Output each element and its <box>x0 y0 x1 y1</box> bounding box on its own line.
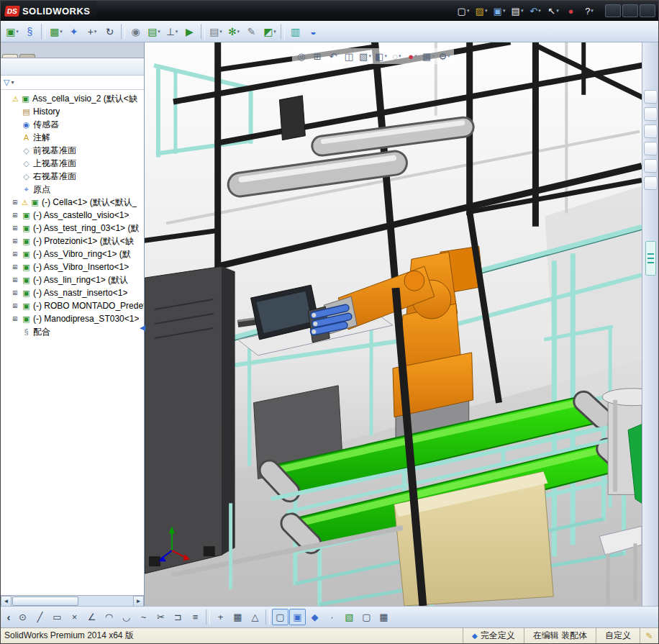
preview-window-icon[interactable]: ▢ <box>358 609 375 625</box>
apply-scene-icon[interactable]: ▦▾ <box>421 49 436 63</box>
task-pane-home-icon[interactable] <box>644 90 658 104</box>
expander-icon[interactable]: ⊞ <box>12 250 19 258</box>
assembly-features-icon[interactable]: ▤▾ <box>145 23 163 40</box>
section-view-icon[interactable]: ◫ <box>342 49 357 63</box>
toolbar-separator[interactable] <box>206 609 210 625</box>
mate-icon[interactable]: § <box>22 23 39 40</box>
expander-icon[interactable]: ⊞ <box>12 276 19 284</box>
tree-item-protezioni[interactable]: ⊞ ▣ (-) Protezioni<1> (默认<缺 <box>1 235 144 248</box>
tree-item-annotations[interactable]: A 注解 <box>1 131 144 144</box>
maximize-button[interactable] <box>622 4 638 17</box>
rotate-component-icon[interactable]: ↻ <box>101 23 119 40</box>
explode-line-sketch-icon[interactable]: ✎ <box>243 23 260 40</box>
performance-evaluation-icon[interactable]: ◒ <box>305 23 322 40</box>
sketch-convert-entities-icon[interactable]: ⊐ <box>170 609 186 625</box>
expander-icon[interactable]: ⊞ <box>12 225 19 232</box>
task-pane-file-explorer-icon[interactable] <box>644 124 658 138</box>
sketch-arc-icon[interactable]: ◠ <box>101 609 117 625</box>
sketch-tangent-arc-icon[interactable]: ◡ <box>118 609 135 625</box>
configurationmanager-tab-icon[interactable] <box>33 60 46 73</box>
toolbar-separator[interactable] <box>121 24 125 40</box>
edit-color-icon[interactable]: ◆ <box>306 609 323 625</box>
sketch-spline-icon[interactable]: ~ <box>135 609 152 625</box>
sketch-line-icon[interactable]: ╱ <box>32 609 48 625</box>
view-shaded-icon[interactable]: ▣ <box>289 609 306 625</box>
tree-item-robo-montado[interactable]: ⊞ ▣ (-) ROBO MONTADO_Predeterm <box>1 299 144 312</box>
bowl-feeder[interactable] <box>602 389 642 504</box>
filter-funnel-icon[interactable]: ▽ <box>4 78 9 87</box>
view-wireframe-icon[interactable]: ▢ <box>272 609 288 625</box>
hide-show-items-icon[interactable]: ◌▾ <box>389 49 404 63</box>
menu-item[interactable] <box>175 1 188 21</box>
sketch-rectangle-icon[interactable]: ▭ <box>49 609 65 625</box>
sketch-centerline-icon[interactable]: ∠ <box>83 609 100 625</box>
tree-item-origin[interactable]: ⌖ 原点 <box>1 183 144 196</box>
display-style-icon[interactable]: ◧▾ <box>373 49 388 63</box>
tree-item-test-ring[interactable]: ⊞ ▣ (-) Ass_test_ring_03<1> (默 <box>1 222 144 235</box>
interference-detection-icon[interactable]: ◩▾ <box>261 23 278 40</box>
expander-icon[interactable]: ⊞ <box>12 237 19 245</box>
task-pane-appearances-icon[interactable] <box>644 159 658 173</box>
tree-item-cella[interactable]: ⊞ ⚠ ▣ (-) Cella<1> (默认<默认_ <box>1 196 144 209</box>
menu-item[interactable] <box>162 1 175 21</box>
sketch-move-entities-icon[interactable]: + <box>212 609 229 625</box>
tree-item-top-plane[interactable]: ◇ 上视基准面 <box>1 157 144 170</box>
tree-item-right-plane[interactable]: ◇ 右视基准面 <box>1 170 144 183</box>
sketch-linear-pattern-icon[interactable]: ▦ <box>229 609 246 625</box>
menu-item[interactable] <box>97 1 110 21</box>
status-custom[interactable]: 自定义 <box>596 628 640 643</box>
menu-item[interactable] <box>110 1 123 21</box>
apply-scene-icon[interactable]: ▧ <box>341 609 358 625</box>
minimize-button[interactable] <box>605 4 621 17</box>
point-marker-icon[interactable]: · <box>324 609 340 625</box>
new-document-icon[interactable]: ▢▾ <box>455 3 472 19</box>
tree-item-history[interactable]: ▤ History <box>1 105 144 118</box>
task-pane-view-palette-icon[interactable] <box>644 142 658 155</box>
zoom-area-icon[interactable]: ⊞ <box>310 49 325 63</box>
expander-icon[interactable]: ⊞ <box>12 263 19 271</box>
panel-horizontal-scrollbar[interactable]: ◄ ► <box>1 595 144 606</box>
expander-icon[interactable]: ⊞ <box>12 289 19 296</box>
task-pane-custom-properties-icon[interactable] <box>644 176 658 190</box>
scroll-left-arrow[interactable]: ◄ <box>1 596 12 607</box>
tree-item-lin-ring[interactable]: ⊞ ▣ (-) Ass_lin_ring<1> (默认 <box>1 273 144 286</box>
bill-of-materials-icon[interactable]: ▤▾ <box>207 23 224 40</box>
displaymanager-tab-icon[interactable] <box>48 60 61 73</box>
scrollbar-thumb[interactable] <box>12 597 78 606</box>
design-table-icon[interactable]: ▦ <box>376 609 392 625</box>
toolbar-scroll-left[interactable]: ‹ <box>4 609 14 625</box>
expander-icon[interactable]: ⊞ <box>12 315 19 322</box>
sketch-point-icon[interactable]: × <box>66 609 83 625</box>
panel-collapse-arrow[interactable]: ◀ <box>140 323 145 332</box>
tree-item-front-plane[interactable]: ◇ 前视基准面 <box>1 144 144 157</box>
tree-item-nastr-inserto[interactable]: ⊞ ▣ (-) Ass_nastr_inserto<1> <box>1 286 144 299</box>
viewport-3d-scene[interactable] <box>145 42 642 606</box>
help-icon[interactable]: ?▾ <box>581 3 598 19</box>
tree-item-manodipresa[interactable]: ⊞ ▣ (-) Manodipresa_ST030<1> <box>1 312 144 325</box>
scroll-right-arrow[interactable]: ► <box>133 596 144 607</box>
smart-fasteners-icon[interactable]: ✦ <box>65 23 83 40</box>
tree-item-castello[interactable]: ⊞ ▣ (-) Ass_castello_visio<1> <box>1 209 144 222</box>
menu-item[interactable] <box>123 1 136 21</box>
sketch-mirror-entities-icon[interactable]: △ <box>247 609 263 625</box>
panel-overflow-chevron[interactable] <box>129 60 142 73</box>
graphics-viewport[interactable]: ◎⊞↶◫▧▾◧▾◌▾●▾▦▾⚙▾ <box>145 42 642 606</box>
edit-appearance-icon[interactable]: ●▾ <box>405 49 420 63</box>
task-pane-collapsed-tab[interactable] <box>645 241 656 276</box>
move-component-icon[interactable]: +▾ <box>83 23 101 40</box>
view-settings-icon[interactable]: ⚙▾ <box>437 49 452 63</box>
show-hidden-components-icon[interactable]: ◉ <box>127 23 145 40</box>
chevron-down-icon[interactable]: ▾ <box>11 79 14 86</box>
new-motion-study-icon[interactable]: ▶ <box>181 23 199 40</box>
filter-bar[interactable]: ▽ ▾ <box>1 76 144 90</box>
featuremanager-tab-icon[interactable] <box>3 60 16 73</box>
tab-assembly[interactable] <box>2 54 18 58</box>
assembly-visualization-icon[interactable]: ▥ <box>287 23 304 40</box>
select-cursor-icon[interactable]: ↖▾ <box>545 3 562 19</box>
menu-item[interactable] <box>136 1 149 21</box>
reference-geometry-icon[interactable]: ⊥▾ <box>163 23 181 40</box>
expander-icon[interactable]: ⊞ <box>12 199 19 206</box>
sketch-circle-icon[interactable]: ⊙ <box>14 609 31 625</box>
tab-sketch[interactable] <box>19 54 35 58</box>
open-icon[interactable]: ▨▾ <box>473 3 490 19</box>
